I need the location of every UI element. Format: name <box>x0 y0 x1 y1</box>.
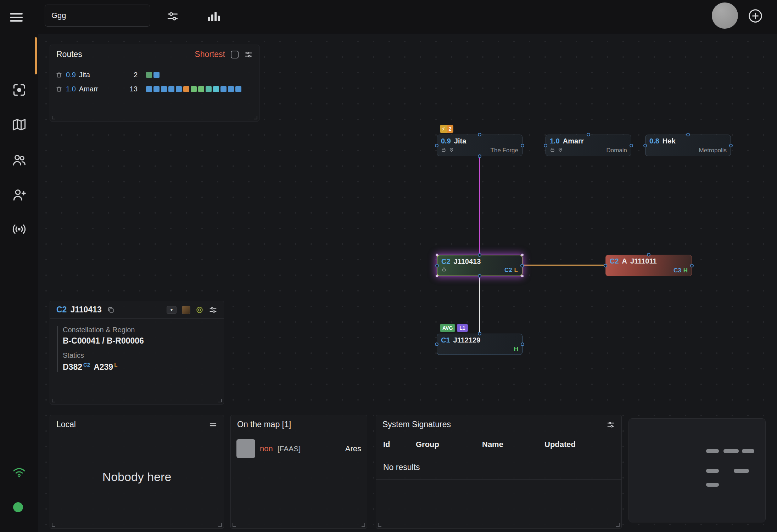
route-jump-square[interactable] <box>220 86 227 92</box>
map-name-input[interactable] <box>45 5 150 27</box>
connection-handle[interactable] <box>520 264 524 267</box>
column-header-group[interactable]: Group <box>416 440 482 449</box>
route-jump-square[interactable] <box>146 86 152 92</box>
node-name: Hek <box>663 137 676 145</box>
connection-handle[interactable] <box>647 253 650 256</box>
connection-handle[interactable] <box>544 144 547 147</box>
route-jump-square[interactable] <box>168 86 174 92</box>
sidebar-item-characters[interactable] <box>11 153 27 169</box>
connection-handle[interactable] <box>478 133 481 136</box>
selection-handle[interactable] <box>436 275 438 277</box>
sidebar-item-follow[interactable] <box>11 188 27 203</box>
minimap-node <box>742 449 754 453</box>
route-destination[interactable]: 1.0 Amarr <box>66 85 119 93</box>
menu-icon[interactable] <box>10 11 24 24</box>
connection-handle[interactable] <box>478 253 481 257</box>
map-node-hek[interactable]: 0.8 Hek Metropolis <box>645 135 731 156</box>
add-icon[interactable] <box>747 8 764 24</box>
system-image-thumbnail[interactable] <box>182 306 190 314</box>
system-settings-icon[interactable] <box>209 306 217 314</box>
connection-handle[interactable] <box>478 332 481 335</box>
shortest-checkbox[interactable] <box>231 51 239 58</box>
route-jump-square[interactable] <box>191 86 197 92</box>
connection-handle[interactable] <box>435 264 439 267</box>
route-jump-square[interactable] <box>213 86 219 92</box>
connection-handle[interactable] <box>630 144 633 147</box>
map-node-amarr[interactable]: 1.0 Amarr Domain <box>546 135 631 156</box>
route-jump-square[interactable] <box>228 86 234 92</box>
node-region: Domain <box>606 147 627 153</box>
static-type: H <box>514 346 518 352</box>
connection-handle[interactable] <box>521 144 524 147</box>
sidebar-item-signals[interactable] <box>11 222 27 238</box>
dropdown-icon[interactable]: ▾ <box>167 306 177 314</box>
location-icon <box>449 147 454 153</box>
routes-settings-icon[interactable] <box>244 50 253 59</box>
connection-handle[interactable] <box>478 274 481 278</box>
copy-icon[interactable] <box>107 306 114 313</box>
sidebar-item-tracking[interactable] <box>11 83 27 98</box>
connection-handle[interactable] <box>435 144 438 147</box>
static-type: H <box>683 267 688 273</box>
sidebar-item-maps[interactable] <box>11 118 27 133</box>
map-node-j111011[interactable]: C2 A J111011 C3 H <box>605 255 692 276</box>
column-header-name[interactable]: Name <box>482 440 544 449</box>
map-edge-jita-j110413[interactable] <box>479 156 480 255</box>
list-options-icon[interactable] <box>209 420 217 429</box>
selection-handle[interactable] <box>521 275 524 277</box>
route-jump-square[interactable] <box>198 86 204 92</box>
map-node-jita[interactable]: ⚡2 0.9 Jita The Forge <box>437 135 522 156</box>
panel-title: Local <box>56 420 76 429</box>
connection-handle[interactable] <box>729 144 733 147</box>
delete-route-icon[interactable] <box>56 86 62 92</box>
route-jump-square[interactable] <box>146 72 152 78</box>
route-row[interactable]: 1.0 Amarr 13 <box>50 82 259 96</box>
column-header-updated[interactable]: Updated <box>544 440 576 449</box>
minimap[interactable] <box>628 418 766 522</box>
connection-handle[interactable] <box>521 343 524 346</box>
filter-icon[interactable] <box>166 10 179 23</box>
connection-handle[interactable] <box>435 343 438 346</box>
node-class: C2 <box>441 258 451 265</box>
route-jump-square[interactable] <box>183 86 189 92</box>
selection-handle[interactable] <box>521 254 524 256</box>
route-row[interactable]: 0.9 Jita 2 <box>50 68 259 82</box>
static-class: L <box>114 362 117 368</box>
shortest-toggle-label[interactable]: Shortest <box>195 50 225 59</box>
map-edge-j110413-j111011[interactable] <box>522 265 605 266</box>
route-jump-square[interactable] <box>176 86 182 92</box>
map-icon <box>11 117 27 134</box>
route-destination[interactable]: 0.9 Jita <box>66 71 119 79</box>
system-info-section: Constellation & Region B-C00041 / B-R000… <box>57 326 217 372</box>
route-jump-square[interactable] <box>206 86 212 92</box>
connection-status[interactable] <box>11 465 27 480</box>
connection-handle[interactable] <box>587 133 590 136</box>
route-jump-square[interactable] <box>161 86 167 92</box>
map-node-j112129[interactable]: AVG L1 C1 J112129 H <box>437 334 522 355</box>
delete-route-icon[interactable] <box>56 72 62 78</box>
pilot-row[interactable]: non [FAAS] Ares <box>231 434 367 463</box>
users-icon <box>11 152 27 169</box>
connection-handle[interactable] <box>478 154 481 158</box>
selection-handle[interactable] <box>436 254 438 256</box>
route-security: 1.0 <box>66 85 76 93</box>
route-jump-square[interactable] <box>235 86 241 92</box>
signatures-settings-icon[interactable] <box>606 420 615 429</box>
connection-handle[interactable] <box>686 133 690 136</box>
connection-handle[interactable] <box>604 264 607 267</box>
column-header-id[interactable]: Id <box>383 440 416 449</box>
avatar[interactable] <box>712 2 738 29</box>
route-jump-square[interactable] <box>153 86 160 92</box>
node-name: Jita <box>454 137 466 145</box>
minimap-node <box>734 469 749 473</box>
map-node-j110413-selected[interactable]: C2 J110413 C2 L <box>437 255 522 276</box>
target-icon[interactable] <box>196 306 203 314</box>
map-edge-j110413-j112129[interactable] <box>479 276 480 334</box>
user-add-icon <box>11 187 27 204</box>
connection-handle[interactable] <box>690 264 694 267</box>
chart-icon[interactable] <box>206 9 220 24</box>
connection-handle[interactable] <box>643 144 647 147</box>
route-jump-square[interactable] <box>153 72 160 78</box>
routes-list: 0.9 Jita 2 1.0 Amarr 13 <box>50 64 259 96</box>
system-name: J110413 <box>70 305 101 315</box>
